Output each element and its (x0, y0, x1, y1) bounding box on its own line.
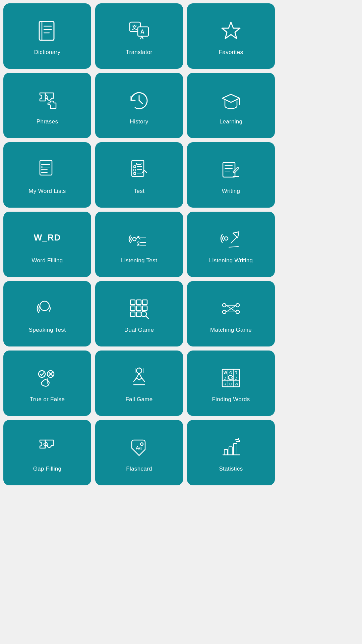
listening-test-icon (126, 226, 153, 253)
svg-rect-54 (136, 312, 141, 317)
learning-label: Learning (220, 118, 243, 125)
svg-rect-29 (134, 172, 136, 174)
tile-finding-words[interactable]: W O R D O D R O W Finding Words (187, 351, 275, 416)
svg-rect-48 (136, 300, 141, 305)
history-icon (126, 87, 153, 114)
svg-text:D: D (235, 376, 237, 380)
svg-rect-27 (134, 169, 136, 171)
svg-point-46 (40, 301, 49, 311)
my-word-lists-icon (34, 156, 61, 183)
app-grid: Dictionary 文 A Translator Favorites (3, 3, 275, 485)
svg-text:Aa: Aa (136, 445, 142, 450)
translator-label: Translator (126, 49, 153, 56)
svg-line-44 (231, 237, 237, 243)
svg-rect-39 (138, 245, 139, 246)
gap-filling-label: Gap Filling (33, 466, 62, 472)
writing-icon (218, 156, 244, 183)
flashcard-label: Flashcard (126, 466, 152, 472)
tile-fall-game[interactable]: Fall Game (95, 351, 183, 416)
tile-phrases[interactable]: Phrases (3, 73, 91, 138)
tile-test[interactable]: Test (95, 142, 183, 208)
tile-writing[interactable]: Writing (187, 142, 275, 208)
speaking-test-icon (34, 295, 61, 322)
svg-text:O: O (229, 371, 232, 375)
svg-text:W: W (235, 382, 238, 386)
tile-dual-game[interactable]: Dual Game (95, 281, 183, 346)
tile-history[interactable]: History (95, 73, 183, 138)
listening-writing-icon (218, 226, 244, 253)
svg-point-20 (41, 169, 43, 170)
tile-translator[interactable]: 文 A Translator (95, 3, 183, 69)
svg-marker-8 (222, 22, 240, 39)
dual-game-label: Dual Game (124, 327, 154, 333)
svg-rect-0 (39, 21, 54, 40)
tile-flashcard[interactable]: Aa Flashcard (95, 420, 183, 485)
svg-point-19 (41, 166, 43, 168)
tile-listening-test[interactable]: Listening Test (95, 212, 183, 277)
svg-text:W: W (224, 371, 227, 375)
svg-point-61 (39, 371, 45, 377)
tile-matching-game[interactable]: Matching Game (187, 281, 275, 346)
gap-filling-icon: ? (34, 434, 61, 461)
tile-favorites[interactable]: Favorites (187, 3, 275, 69)
svg-rect-51 (136, 306, 141, 311)
svg-rect-24 (136, 163, 141, 164)
tile-listening-writing[interactable]: Listening Writing (187, 212, 275, 277)
svg-point-59 (223, 310, 226, 314)
learning-icon (218, 87, 244, 114)
matching-game-label: Matching Game (210, 327, 252, 333)
svg-rect-50 (130, 306, 135, 311)
speaking-test-label: Speaking Test (29, 327, 66, 333)
writing-label: Writing (222, 188, 240, 195)
svg-rect-53 (130, 312, 135, 317)
word-fill-text: W_RD (34, 232, 61, 243)
svg-rect-92 (234, 443, 237, 455)
svg-point-18 (41, 164, 43, 165)
listening-writing-label: Listening Writing (209, 257, 253, 264)
tile-dictionary[interactable]: Dictionary (3, 3, 91, 69)
tile-learning[interactable]: Learning (187, 73, 275, 138)
svg-point-60 (236, 310, 239, 314)
svg-rect-91 (229, 447, 232, 455)
tile-statistics[interactable]: Statistics (187, 420, 275, 485)
finding-words-icon: W O R D O D R O W (218, 365, 244, 391)
word-filling-icon: W_RD (34, 226, 61, 253)
tile-my-word-lists[interactable]: My Word Lists (3, 142, 91, 208)
svg-line-45 (229, 247, 238, 247)
favorites-icon (218, 17, 244, 44)
fall-game-label: Fall Game (125, 396, 153, 403)
svg-text:O: O (229, 376, 232, 380)
fall-game-icon (126, 365, 153, 391)
svg-line-56 (146, 316, 148, 319)
history-label: History (130, 118, 148, 125)
tile-gap-filling[interactable]: ? Gap Filling (3, 420, 91, 485)
dictionary-icon (34, 17, 61, 44)
tile-speaking-test[interactable]: Speaking Test (3, 281, 91, 346)
dictionary-label: Dictionary (34, 49, 61, 56)
svg-point-13 (239, 104, 240, 105)
listening-test-label: Listening Test (121, 257, 157, 264)
svg-text:R: R (224, 382, 226, 386)
svg-point-58 (236, 304, 239, 307)
svg-text:文: 文 (132, 24, 137, 30)
statistics-label: Statistics (219, 466, 243, 472)
svg-rect-90 (224, 449, 228, 455)
svg-rect-25 (134, 166, 136, 168)
true-or-false-label: True or False (30, 396, 65, 403)
dual-game-icon (126, 295, 153, 322)
favorites-label: Favorites (219, 49, 243, 56)
my-word-lists-label: My Word Lists (28, 188, 66, 195)
true-or-false-icon (34, 365, 61, 391)
svg-rect-52 (142, 306, 147, 311)
word-filling-label: Word Filling (32, 257, 63, 264)
tile-true-or-false[interactable]: True or False (3, 351, 91, 416)
svg-text:R: R (235, 371, 237, 375)
svg-text:O: O (229, 382, 232, 386)
svg-rect-31 (223, 162, 235, 177)
svg-rect-47 (130, 300, 135, 305)
translator-icon: 文 A (126, 17, 153, 44)
tile-word-filling[interactable]: W_RD Word Filling (3, 212, 91, 277)
statistics-icon (218, 434, 244, 461)
svg-point-57 (223, 304, 226, 307)
svg-rect-49 (142, 300, 147, 305)
